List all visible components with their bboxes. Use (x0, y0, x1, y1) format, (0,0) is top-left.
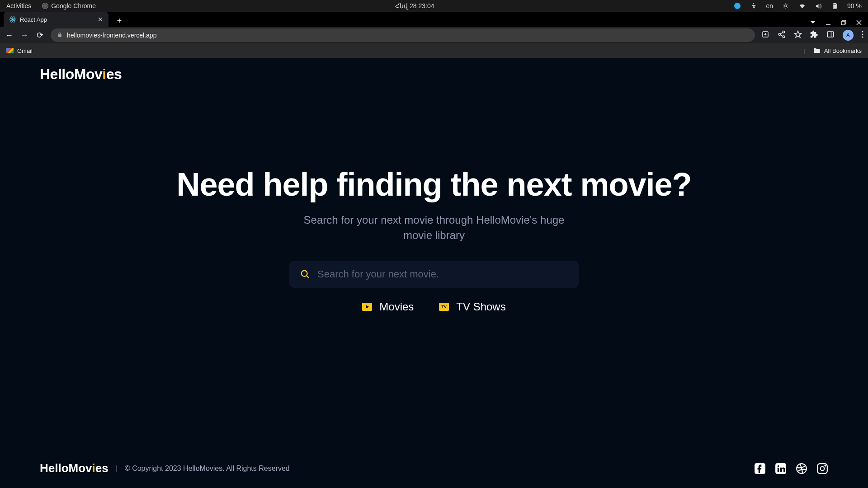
svg-point-24 (862, 37, 863, 38)
footer-divider: | (116, 465, 118, 473)
gnome-top-bar: Activities Google Chrome Հնվ 28 23:04 en… (0, 0, 868, 12)
close-tab-button[interactable]: ✕ (98, 16, 103, 23)
all-bookmarks-label: All Bookmarks (824, 47, 862, 54)
footer-logo[interactable]: HelloMovies (40, 461, 108, 475)
share-icon[interactable] (778, 30, 786, 40)
copyright-text: © Copyright 2023 HelloMovies. All Rights… (125, 465, 290, 473)
url-text: hellomovies-frontend.vercel.app (67, 32, 156, 39)
category-tv-shows[interactable]: TV TV Shows (439, 300, 505, 313)
browser-toolbar: ← → ⟳ hellomovies-frontend.vercel.app A (0, 27, 868, 43)
svg-rect-31 (778, 467, 779, 472)
svg-marker-27 (366, 305, 369, 309)
forward-button[interactable]: → (20, 31, 29, 40)
tab-search-button[interactable] (810, 19, 816, 27)
logo-dot: i (102, 66, 106, 82)
svg-line-26 (307, 276, 309, 278)
svg-point-15 (778, 33, 781, 36)
back-button[interactable]: ← (5, 31, 14, 40)
svg-line-17 (780, 33, 783, 34)
svg-rect-20 (827, 32, 834, 37)
react-icon (9, 16, 16, 23)
app-viewport: HelloMovies Need help finding the next m… (0, 58, 868, 488)
svg-point-30 (778, 465, 779, 467)
active-app-name: Google Chrome (51, 2, 96, 9)
instagram-icon[interactable] (816, 463, 828, 474)
browser-tab[interactable]: React App ✕ (4, 12, 108, 27)
movies-icon (362, 303, 372, 311)
extensions-icon[interactable] (810, 30, 818, 40)
dribbble-icon[interactable] (796, 463, 807, 474)
svg-point-1 (785, 5, 787, 7)
svg-point-34 (821, 466, 825, 470)
reload-button[interactable]: ⟳ (35, 30, 44, 40)
facebook-icon[interactable] (754, 463, 766, 474)
chrome-menu-icon[interactable] (862, 31, 863, 40)
category-row: Movies TV TV Shows (362, 300, 505, 313)
all-bookmarks-button[interactable]: All Bookmarks (804, 47, 862, 54)
accessibility-icon[interactable] (750, 2, 757, 9)
battery-icon[interactable] (831, 2, 838, 9)
wifi-icon[interactable] (798, 2, 806, 9)
address-bar[interactable]: hellomovies-frontend.vercel.app (51, 28, 755, 42)
logo[interactable]: HelloMovies (40, 66, 828, 83)
bookmark-star-icon[interactable] (794, 30, 802, 40)
logo-dot: i (92, 461, 95, 475)
battery-percent: 90 % (847, 2, 862, 9)
svg-line-18 (780, 35, 783, 36)
svg-point-16 (783, 36, 785, 38)
search-box[interactable] (289, 261, 579, 288)
svg-point-0 (753, 3, 754, 4)
hero-subtitle: Search for your next movie through Hello… (289, 212, 579, 243)
chrome-icon (42, 3, 48, 9)
hero-title: Need help finding the next movie? (176, 168, 691, 202)
lock-icon (57, 32, 62, 39)
svg-point-25 (302, 271, 307, 277)
logo-prefix: HelloMov (40, 461, 92, 475)
tab-strip: React App ✕ + (0, 12, 868, 27)
svg-point-35 (825, 465, 826, 466)
tv-icon: TV (439, 303, 449, 311)
svg-point-5 (12, 19, 14, 20)
close-window-button[interactable] (856, 19, 862, 27)
bookmark-gmail[interactable]: Gmail (6, 47, 33, 54)
category-movies[interactable]: Movies (362, 300, 414, 313)
bookmark-label: Gmail (17, 47, 33, 54)
side-panel-icon[interactable] (826, 30, 835, 40)
volume-icon[interactable] (815, 2, 822, 9)
brightness-icon[interactable] (782, 2, 789, 9)
install-app-icon[interactable] (761, 30, 769, 40)
activities-button[interactable]: Activities (6, 2, 31, 9)
gmail-icon (6, 48, 14, 53)
new-tab-button[interactable]: + (113, 14, 126, 27)
active-app-indicator[interactable]: Google Chrome (42, 2, 96, 9)
category-label: Movies (379, 300, 414, 313)
logo-suffix: es (106, 66, 122, 82)
svg-point-22 (862, 31, 863, 33)
app-header: HelloMovies (0, 58, 868, 83)
linkedin-icon[interactable] (775, 463, 787, 474)
svg-point-23 (862, 34, 863, 35)
bookmarks-bar: Gmail All Bookmarks (0, 43, 868, 58)
svg-rect-3 (834, 3, 835, 3)
svg-point-14 (783, 31, 785, 33)
hero-section: Need help finding the next movie? Search… (0, 83, 868, 452)
logo-suffix: es (95, 461, 108, 475)
clock[interactable]: Հնվ 28 23:04 (96, 2, 733, 9)
app-footer: HelloMovies | © Copyright 2023 HelloMovi… (0, 452, 868, 488)
profile-avatar[interactable]: A (843, 30, 854, 41)
search-icon (300, 269, 310, 279)
folder-icon (813, 47, 821, 54)
keyboard-layout[interactable]: en (766, 2, 774, 9)
category-label: TV Shows (456, 300, 505, 313)
maximize-window-button[interactable] (841, 19, 846, 27)
svg-rect-10 (841, 21, 845, 25)
tab-title: React App (20, 16, 47, 23)
minimize-window-button[interactable] (826, 19, 831, 27)
svg-rect-4 (834, 5, 836, 8)
search-input[interactable] (317, 268, 568, 280)
logo-prefix: HelloMov (40, 66, 102, 82)
telegram-tray-icon[interactable] (734, 2, 741, 9)
svg-marker-19 (795, 31, 802, 38)
